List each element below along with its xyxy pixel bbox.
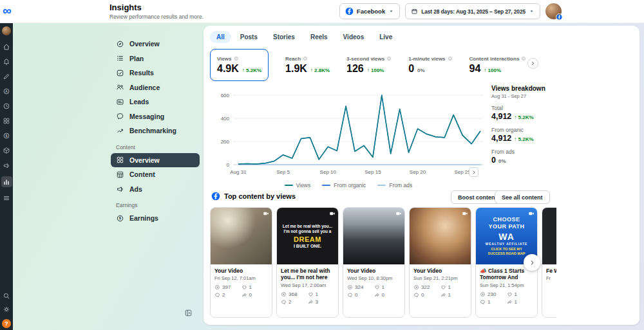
see-all-content-button[interactable]: See all content — [495, 190, 550, 204]
breakdown-value: 0 — [491, 156, 496, 165]
sidebar-item-label: Plan — [129, 55, 144, 62]
content-card-partial[interactable]: Fe W Fr — [542, 207, 556, 318]
content-card[interactable]: Your Video Wed Sep 10, 8:30pm 324 1 0 0 — [343, 207, 405, 318]
comments-count: 2 — [289, 299, 291, 305]
breakdown-date-range: Aug 31 - Sep 27 — [491, 93, 564, 99]
reactions-icon — [507, 291, 513, 297]
info-icon[interactable] — [448, 56, 453, 61]
activity-icon[interactable] — [3, 102, 10, 110]
legend-swatch — [377, 185, 386, 186]
sidebar-item-plan[interactable]: Plan — [111, 51, 200, 66]
legend-swatch — [322, 185, 330, 186]
metric-views[interactable]: Views 4.9K↑ 5.2K% — [210, 49, 269, 81]
metric-content-interactions[interactable]: Content interactions 94↑ 100% — [469, 49, 527, 81]
tab-videos[interactable]: Videos — [337, 31, 371, 43]
info-icon[interactable] — [303, 56, 308, 61]
sidebar-item-label: Results — [129, 69, 154, 77]
comments-icon — [480, 299, 486, 305]
legend-label: From ads — [389, 182, 412, 188]
notifications-icon[interactable] — [3, 58, 10, 66]
info-icon[interactable] — [386, 56, 392, 61]
metric-label: 1-minute views — [408, 56, 445, 62]
shares-count: 1 — [515, 299, 517, 305]
legend-item-from-organic: From organic — [322, 182, 366, 188]
metric-value: 126 — [346, 63, 364, 75]
overlay-line: SUCCESS ROAD MAP — [488, 252, 525, 256]
sidebar-item-label: Ads — [129, 185, 142, 193]
create-post-icon[interactable] — [3, 73, 10, 80]
commerce-icon[interactable] — [3, 147, 10, 154]
comments-count: 0 — [421, 292, 424, 298]
info-icon[interactable] — [521, 56, 526, 61]
views-breakdown-panel: Views breakdown Aug 31 - Sep 27 Total 4,… — [491, 85, 564, 165]
date-range-button[interactable]: Last 28 days: Aug 31, 2025 – Sep 27, 202… — [405, 3, 540, 19]
sidebar-item-label: Overview — [129, 40, 160, 48]
sidebar-item-messaging[interactable]: Messaging — [111, 109, 200, 124]
more-menu-icon[interactable] — [3, 194, 10, 202]
tab-live[interactable]: Live — [373, 31, 399, 43]
metric-1-minute-views[interactable]: 1-minute views 00% — [408, 49, 452, 81]
sidebar-item-audience[interactable]: Audience — [111, 80, 200, 95]
home-icon[interactable] — [3, 43, 10, 51]
content-type-tabs: All Posts Stories Reels Videos Live — [210, 31, 399, 43]
monetization-icon[interactable] — [3, 132, 10, 140]
sidebar-item-results[interactable]: Results — [111, 66, 200, 80]
sidebar-item-earnings[interactable]: Earnings — [111, 211, 200, 226]
sidebar-item-content[interactable]: Content — [111, 167, 200, 182]
reactions-count: 1 — [515, 291, 517, 297]
chart-scroll-right-button[interactable] — [469, 167, 478, 177]
sidebar-item-ads[interactable]: Ads — [111, 182, 200, 197]
top-content-header: Top content by views — [211, 192, 296, 201]
sidebar-section-earnings: Earnings — [116, 202, 200, 208]
content-card[interactable]: Your Video Sun Sep 21, 2:21pm 322 1 0 1 — [409, 207, 471, 318]
posts-icon[interactable] — [3, 117, 10, 125]
rail-avatar[interactable] — [2, 26, 11, 35]
reactions-icon — [308, 291, 314, 297]
content-card[interactable]: Your Video Fri Sep 12, 7:01am 397 1 2 0 — [210, 207, 272, 318]
metric-3-second-views[interactable]: 3-second views 126↑ 100% — [346, 49, 392, 81]
metric-reach[interactable]: Reach 1.9K↑ 2.8K% — [285, 49, 330, 81]
shares-count: 3 — [316, 299, 318, 305]
content-stats: 230 1 1 1 — [480, 291, 533, 305]
insights-icon-selected[interactable] — [1, 176, 12, 187]
tab-reels[interactable]: Reels — [304, 31, 334, 43]
gear-icon[interactable] — [3, 306, 10, 313]
meta-logo-icon[interactable]: ∞ — [3, 3, 12, 19]
content-title: Your Video — [214, 268, 268, 274]
shares-icon — [374, 292, 380, 298]
svg-text:Sep 20: Sep 20 — [410, 169, 426, 175]
video-icon — [462, 210, 468, 217]
content-card[interactable]: Let me be real with you... I'm not gonna… — [276, 207, 339, 318]
search-icon[interactable] — [3, 292, 10, 300]
sidebar-item-leads[interactable]: Leads — [111, 95, 200, 109]
tab-posts[interactable]: Posts — [234, 31, 264, 43]
tab-all[interactable]: All — [210, 31, 231, 43]
ads-manager-icon[interactable] — [3, 87, 10, 95]
legend-item-from-ads: From ads — [377, 182, 412, 188]
profile-avatar[interactable] — [545, 3, 562, 19]
shares-icon — [440, 292, 446, 298]
reactions-count: 1 — [249, 284, 252, 290]
top-content-card-list: Your Video Fri Sep 12, 7:01am 397 1 2 0 … — [210, 207, 556, 320]
promotions-icon[interactable] — [3, 161, 10, 169]
content-scroll-right-button[interactable] — [524, 254, 540, 271]
chart-legend: Views From organic From ads — [210, 182, 487, 188]
collapse-sidebar-icon[interactable] — [184, 309, 193, 317]
help-button[interactable]: ? — [2, 319, 11, 328]
metrics-scroll-right-button[interactable] — [527, 58, 538, 69]
tab-stories[interactable]: Stories — [267, 31, 301, 43]
sidebar-item-content-overview[interactable]: Overview — [111, 153, 200, 168]
breakdown-value: 4,912 — [491, 134, 511, 143]
dollar-circle-icon — [116, 214, 124, 223]
account-selector-button[interactable]: Facebook — [339, 3, 400, 19]
views-line-chart: 0200400600Aug 31Sep 5Sep 10Sep 15Sep 20S… — [210, 82, 487, 182]
comments-icon — [413, 292, 419, 298]
sidebar-item-overview[interactable]: Overview — [111, 37, 200, 51]
sidebar-item-benchmarking[interactable]: Benchmarking — [111, 124, 200, 138]
metric-value: 0 — [408, 63, 414, 75]
metric-change: ↑ 5.2K% — [242, 68, 261, 73]
chevron-down-icon — [529, 8, 535, 14]
info-icon[interactable] — [234, 56, 239, 61]
page-header: Insights Review performance results and … — [109, 3, 204, 20]
people-icon — [116, 83, 124, 91]
